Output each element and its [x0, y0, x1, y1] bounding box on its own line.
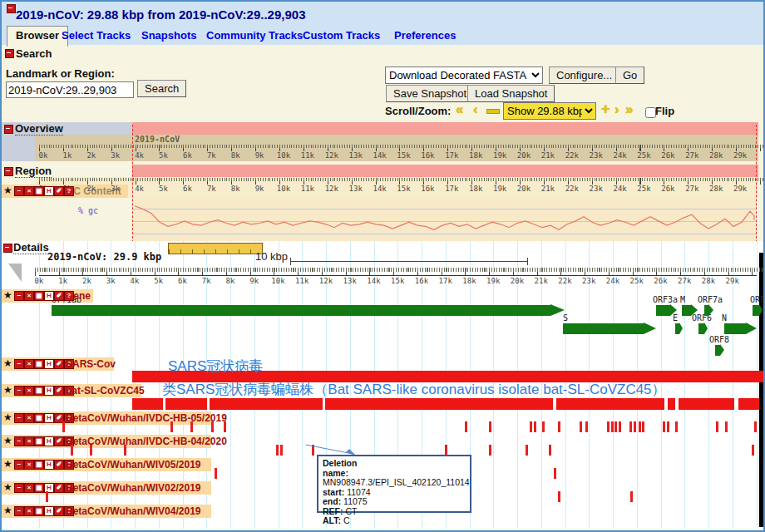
save-snapshot-button[interactable]: Save Snapshot [386, 85, 474, 102]
edit-icon[interactable]: ✐ [54, 386, 64, 396]
favorite-H-icon[interactable]: H [44, 291, 54, 301]
track-label-BetaCoV/Wuhan/IVDC-HB-05/2019[interactable]: BetaCoV/Wuhan/IVDC-HB-05/2019 [66, 412, 227, 424]
share-icon[interactable]: ▦ [34, 460, 44, 470]
variant-tick[interactable] [62, 421, 65, 432]
close-icon[interactable]: × [24, 291, 34, 301]
variant-tick[interactable] [716, 421, 718, 432]
variant-tick[interactable] [663, 421, 665, 432]
overview-selection-bar[interactable] [132, 122, 758, 135]
variant-tick[interactable] [619, 421, 621, 432]
close-icon[interactable]: × [24, 386, 34, 396]
scroll-far-left-icon[interactable]: « [456, 104, 463, 116]
track-label-BetaCoV/Wuhan/WIV05/2019[interactable]: BetaCoV/Wuhan/WIV05/2019 [66, 459, 201, 470]
minus-icon[interactable]: − [14, 413, 24, 423]
close-icon[interactable]: × [24, 186, 34, 196]
bar-segment[interactable] [668, 398, 675, 410]
edit-icon[interactable]: ✐ [54, 359, 64, 369]
variant-tick[interactable] [224, 421, 226, 432]
close-icon[interactable]: × [24, 483, 34, 493]
favorite-star-icon[interactable]: ★ [3, 506, 12, 515]
collapse-details-icon[interactable] [3, 244, 12, 253]
variant-tick[interactable] [530, 421, 532, 432]
variant-tick[interactable] [465, 421, 467, 432]
pan-handle-icon[interactable] [8, 264, 22, 282]
favorite-H-icon[interactable]: H [44, 460, 54, 470]
search-button[interactable]: Search [137, 80, 186, 97]
track-label-BetaCoV/Wuhan/WIV04/2019[interactable]: BetaCoV/Wuhan/WIV04/2019 [66, 505, 201, 517]
favorite-star-icon[interactable]: ★ [3, 483, 12, 492]
favorite-star-icon[interactable]: ★ [3, 460, 12, 469]
tab-preferences[interactable]: Preferences [394, 29, 456, 42]
variant-tick[interactable] [642, 421, 644, 432]
variant-tick[interactable] [629, 421, 632, 432]
gene-feature-M[interactable] [682, 305, 691, 316]
favorite-star-icon[interactable]: ★ [3, 186, 12, 195]
variant-tick[interactable] [215, 468, 217, 479]
edit-icon[interactable]: ✐ [54, 186, 64, 196]
scroll-right-icon[interactable]: › [614, 104, 619, 116]
variant-tick[interactable] [585, 421, 588, 432]
share-icon[interactable]: ▦ [34, 436, 44, 446]
close-icon[interactable]: × [24, 359, 34, 369]
favorite-H-icon[interactable]: H [44, 506, 54, 516]
help-icon[interactable]: ? [64, 291, 74, 301]
variant-tick[interactable] [754, 421, 757, 432]
go-button[interactable]: Go [615, 66, 644, 84]
share-icon[interactable]: ▦ [34, 506, 44, 516]
variant-tick[interactable] [526, 445, 528, 456]
tab-snapshots[interactable]: Snapshots [141, 29, 196, 42]
variant-tick[interactable] [71, 445, 73, 456]
share-icon[interactable]: ▦ [34, 359, 44, 369]
variant-tick[interactable] [580, 421, 582, 432]
scroll-far-right-icon[interactable]: » [625, 104, 633, 116]
track-label-bat-SL-CoVZC45[interactable]: bat-SL-CoVZC45 [66, 385, 145, 397]
close-icon[interactable]: × [24, 506, 34, 516]
share-icon[interactable]: ▦ [34, 291, 44, 301]
favorite-star-icon[interactable]: ★ [3, 386, 12, 395]
favorite-H-icon[interactable]: H [44, 186, 54, 196]
variant-tick[interactable] [534, 421, 536, 432]
region-selection-bar[interactable] [132, 165, 758, 177]
share-icon[interactable]: ▦ [34, 186, 44, 196]
help-icon[interactable]: ? [64, 186, 74, 196]
edit-icon[interactable]: ✐ [54, 460, 64, 470]
minus-icon[interactable]: − [14, 291, 24, 301]
tab-community-tracks[interactable]: Community Tracks [206, 29, 303, 42]
minus-icon[interactable]: − [14, 386, 24, 396]
minus-icon[interactable]: − [14, 460, 24, 470]
variant-tick[interactable] [542, 421, 545, 432]
favorite-star-icon[interactable]: ★ [3, 413, 12, 422]
variant-tick[interactable] [725, 421, 728, 432]
edit-icon[interactable]: ✐ [54, 506, 64, 516]
bar-segment[interactable] [165, 398, 207, 410]
variant-tick[interactable] [280, 445, 283, 456]
share-icon[interactable]: ▦ [34, 483, 44, 493]
minus-icon[interactable]: − [14, 186, 24, 196]
minus-icon[interactable]: − [14, 436, 24, 446]
zoom-in-icon[interactable]: + [601, 103, 610, 115]
variant-tick[interactable] [90, 445, 92, 456]
collapse-search-icon[interactable] [5, 49, 14, 58]
variant-tick[interactable] [675, 421, 678, 432]
bar-segment[interactable] [556, 398, 664, 410]
variant-tick[interactable] [549, 445, 551, 456]
variant-tick[interactable] [170, 421, 173, 432]
track-label-SARS-Cov[interactable]: SARS-Cov [66, 358, 116, 370]
variant-tick[interactable] [667, 421, 669, 432]
gene-feature-S[interactable] [563, 323, 644, 334]
gene-feature-ORF10[interactable] [753, 305, 759, 316]
zoom-level-select[interactable]: Show 29.88 kbp [503, 102, 596, 120]
edit-icon[interactable]: ✐ [54, 436, 64, 446]
variant-tick[interactable] [634, 421, 636, 432]
landmark-input[interactable] [6, 81, 134, 98]
collapse-page-icon[interactable] [7, 4, 16, 13]
close-icon[interactable]: × [24, 460, 34, 470]
zoom-out-icon[interactable] [486, 109, 500, 114]
favorite-H-icon[interactable]: H [44, 386, 54, 396]
variant-tick[interactable] [611, 421, 614, 432]
tab-browser[interactable]: Browser [7, 26, 68, 47]
collapse-region-icon[interactable] [4, 167, 13, 176]
share-icon[interactable]: ▦ [34, 413, 44, 423]
variant-tick[interactable] [752, 445, 754, 456]
favorite-star-icon[interactable]: ★ [3, 436, 12, 446]
